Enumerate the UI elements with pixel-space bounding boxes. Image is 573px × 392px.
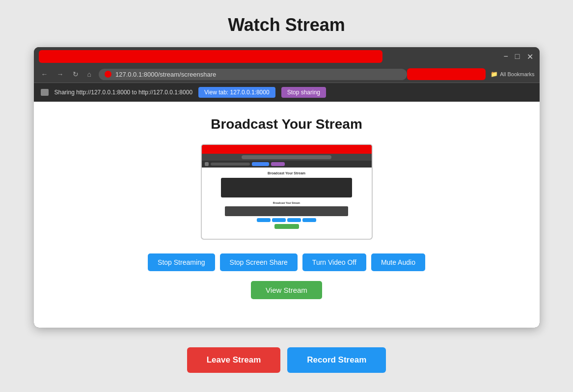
- stream-preview: Broadcast Your Stream Broadcast Your Str…: [201, 144, 373, 240]
- stream-controls: Stop Streaming Stop Screen Share Turn Vi…: [148, 253, 425, 271]
- minimize-button[interactable]: −: [502, 52, 509, 61]
- nested-browser: Broadcast Your Stream Broadcast Your Str…: [202, 145, 372, 239]
- window-controls: − □ ✕: [502, 52, 534, 61]
- screenshare-icon: [41, 89, 49, 96]
- stop-sharing-button[interactable]: Stop sharing: [281, 87, 326, 98]
- bookmarks-label: All Bookmarks: [500, 71, 534, 77]
- nested-broadcast-title: Broadcast Your Stream: [268, 171, 305, 175]
- browser-tabs-redacted: [39, 50, 382, 63]
- screenshare-text: Sharing http://127.0.0.1:8000 to http://…: [55, 89, 193, 96]
- maximize-button[interactable]: □: [514, 52, 521, 61]
- record-stream-button[interactable]: Record Stream: [287, 347, 386, 373]
- forward-button[interactable]: →: [55, 69, 66, 79]
- nested-btn-1: [257, 218, 271, 222]
- broadcast-title: Broadcast Your Stream: [211, 116, 362, 132]
- favicon: [105, 71, 111, 78]
- nested-inner-preview: [225, 206, 348, 216]
- address-bar: ← → ↻ ⌂ 127.0.0.1:8000/stream/screenshar…: [34, 66, 540, 83]
- bookmarks-folder-icon: 📁: [491, 71, 498, 78]
- nested-inner-title: Broadcast Your Stream: [273, 201, 300, 204]
- bottom-actions: Leave Stream Record Stream: [187, 347, 386, 373]
- nested-preview-box: [221, 178, 352, 197]
- nested-content: Broadcast Your Stream Broadcast Your Str…: [202, 168, 372, 239]
- nested-share-icon: [205, 162, 209, 166]
- toolbar-icons-redacted: [407, 68, 486, 80]
- close-button[interactable]: ✕: [525, 52, 535, 61]
- nested-btn-3: [287, 218, 301, 222]
- stop-streaming-button[interactable]: Stop Streaming: [148, 253, 215, 271]
- nested-view-btn: [252, 162, 269, 166]
- nav-buttons: ← → ↻ ⌂: [39, 69, 94, 79]
- browser-content: Broadcast Your Stream Broadcast Your Str…: [34, 102, 540, 328]
- nested-tabs-redacted: [202, 145, 372, 154]
- address-input-wrapper[interactable]: 127.0.0.1:8000/stream/screenshare: [99, 69, 407, 80]
- nested-stop-btn: [271, 162, 285, 166]
- turn-video-off-button[interactable]: Turn Video Off: [302, 253, 366, 271]
- nested-url-bar: [242, 155, 332, 159]
- browser-window: − □ ✕ ← → ↻ ⌂ 127.0.0.1:8000/stream/scre…: [34, 47, 540, 328]
- address-text: 127.0.0.1:8000/stream/screenshare: [115, 71, 216, 78]
- mute-audio-button[interactable]: Mute Audio: [371, 253, 425, 271]
- screenshare-bar: Sharing http://127.0.0.1:8000 to http://…: [34, 83, 540, 102]
- stop-screen-share-button[interactable]: Stop Screen Share: [220, 253, 298, 271]
- nested-share-text: [211, 163, 250, 166]
- reload-button[interactable]: ↻: [70, 69, 81, 79]
- toolbar-right: 📁 All Bookmarks: [407, 68, 534, 80]
- nested-view-stream-btn: [274, 224, 299, 229]
- bookmarks-bar: 📁 All Bookmarks: [491, 71, 534, 78]
- nested-btn-2: [272, 218, 286, 222]
- leave-stream-button[interactable]: Leave Stream: [187, 347, 281, 373]
- view-stream-button[interactable]: View Stream: [251, 281, 322, 299]
- back-button[interactable]: ←: [39, 69, 51, 79]
- home-button[interactable]: ⌂: [85, 69, 94, 79]
- nested-btns-row: [257, 218, 316, 222]
- nested-btn-4: [302, 218, 316, 222]
- view-tab-button[interactable]: View tab: 127.0.0.1:8000: [198, 87, 275, 98]
- page-title: Watch Stream: [228, 15, 345, 35]
